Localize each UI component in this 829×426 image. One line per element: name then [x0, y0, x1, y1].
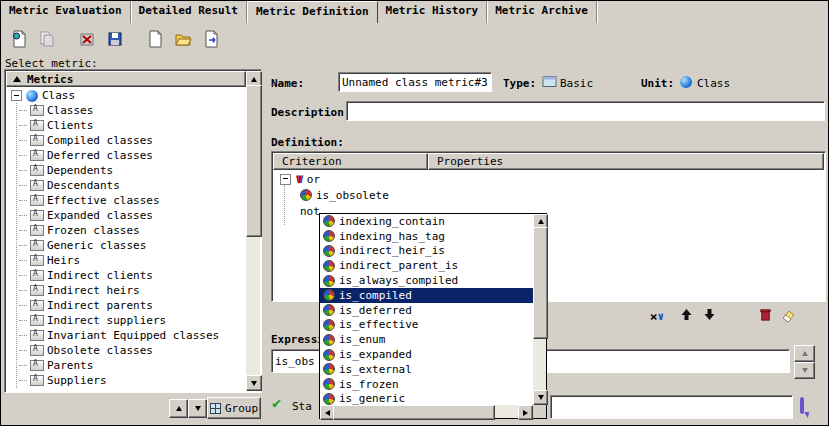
move-criterion-up-button[interactable]	[677, 307, 695, 325]
dropdown-item[interactable]: is_enum	[320, 332, 533, 347]
criterion-dropdown-list: indexing_contain indexing_has_tag indire…	[320, 214, 533, 405]
criterion-icon	[323, 304, 335, 316]
dropdown-item-label: indexing_contain	[339, 215, 445, 228]
dropdown-item[interactable]: is_frozen	[320, 377, 533, 392]
tree-item[interactable]: Invariant Equipped classes	[7, 328, 246, 343]
collapse-icon[interactable]	[11, 90, 22, 101]
eraser-icon	[780, 307, 796, 326]
new-file-button[interactable]	[141, 26, 169, 54]
tree-item[interactable]: Parents	[7, 358, 246, 373]
tree-item[interactable]: Indirect parents	[7, 298, 246, 313]
dropdown-item-label: is_expanded	[339, 348, 412, 361]
metric-icon	[30, 165, 44, 176]
tree-item[interactable]: Descendants	[7, 178, 246, 193]
erase-criterion-button[interactable]	[779, 307, 797, 325]
column-criterion[interactable]: Criterion	[273, 153, 428, 170]
tab-metric-definition[interactable]: Metric Definition	[247, 1, 378, 23]
criterion-row-or[interactable]: ∨ or	[274, 171, 823, 187]
tree-item[interactable]: Indirect suppliers	[7, 313, 246, 328]
tree-item[interactable]: Expanded classes	[7, 208, 246, 223]
tree-item-label: Parents	[47, 359, 93, 372]
toggle-and-or-button[interactable]: × ∨	[642, 307, 672, 325]
description-input[interactable]	[346, 101, 825, 121]
copy-metric-button[interactable]	[33, 26, 61, 54]
tree-item[interactable]: Obsolete classes	[7, 343, 246, 358]
scrollbar-thumb[interactable]	[533, 227, 548, 339]
move-metric-down-button[interactable]	[188, 399, 207, 418]
tree-item[interactable]: Clients	[7, 118, 246, 133]
tree-connector	[19, 110, 27, 112]
tree-item[interactable]: Effective classes	[7, 193, 246, 208]
tree-item[interactable]: Suppliers	[7, 373, 246, 388]
export-metric-button[interactable]	[197, 26, 225, 54]
new-metric-button[interactable]	[5, 26, 33, 54]
dropdown-item[interactable]: indexing_contain	[320, 214, 533, 229]
metric-icon	[30, 135, 44, 146]
scroll-down-button[interactable]	[794, 362, 815, 379]
delete-criterion-button[interactable]	[756, 307, 774, 325]
tree-item[interactable]: Dependents	[7, 163, 246, 178]
comment-icon[interactable]	[800, 397, 804, 414]
dropdown-item-label: indirect_parent_is	[339, 259, 458, 272]
metric-icon	[30, 330, 44, 341]
move-metric-up-button[interactable]	[169, 399, 188, 418]
dropdown-vertical-scrollbar[interactable]	[533, 214, 546, 405]
dropdown-item[interactable]: is_deferred	[320, 303, 533, 318]
tree-root-row[interactable]: Class	[7, 88, 246, 103]
tree-item[interactable]: Compiled classes	[7, 133, 246, 148]
move-criterion-down-button[interactable]	[700, 307, 718, 325]
dropdown-item[interactable]: indexing_has_tag	[320, 229, 533, 244]
dropdown-item[interactable]: is_always_compiled	[320, 273, 533, 288]
criterion-icon	[323, 393, 335, 405]
tree-item[interactable]: Deferred classes	[7, 148, 246, 163]
dropdown-item[interactable]: indirect_parent_is	[320, 258, 533, 273]
tree-item[interactable]: Generic classes	[7, 238, 246, 253]
column-properties[interactable]: Properties	[428, 153, 824, 170]
tree-item[interactable]: Indirect heirs	[7, 283, 246, 298]
dropdown-item[interactable]: is_effective	[320, 318, 533, 333]
tree-connector	[19, 140, 27, 142]
collapse-icon[interactable]	[280, 174, 291, 185]
dropdown-item[interactable]: is_external	[320, 362, 533, 377]
open-folder-button[interactable]	[169, 26, 197, 54]
dropdown-item-selected[interactable]: is_compiled	[320, 288, 533, 303]
tree-item[interactable]: Frozen classes	[7, 223, 246, 238]
status-label: Sta	[292, 400, 312, 413]
dropdown-item-label: is_enum	[339, 333, 385, 346]
tab-metric-history[interactable]: Metric History	[378, 1, 488, 23]
tree-connector	[19, 320, 27, 322]
dropdown-item[interactable]: indirect_heir_is	[320, 244, 533, 259]
scrollbar-thumb[interactable]	[246, 85, 262, 237]
tab-detailed-result[interactable]: Detailed Result	[131, 1, 247, 23]
basic-type-icon	[542, 75, 557, 91]
criterion-row-is-obsolete[interactable]: is_obsolete	[274, 187, 823, 203]
tab-metric-evaluation[interactable]: Metric Evaluation	[1, 1, 131, 23]
tree-connector	[19, 155, 27, 157]
scroll-right-button[interactable]	[518, 405, 533, 420]
tree-column-header[interactable]: Metrics	[6, 71, 246, 87]
scrollbar-thumb[interactable]	[333, 405, 495, 420]
group-toggle-button[interactable]: Group	[207, 397, 261, 419]
dropdown-item-label: indexing_has_tag	[339, 230, 445, 243]
dropdown-horizontal-scrollbar[interactable]	[320, 405, 533, 418]
tree-item[interactable]: Classes	[7, 103, 246, 118]
scroll-down-button[interactable]	[246, 375, 262, 391]
metric-name-input[interactable]	[338, 72, 492, 92]
delete-metric-button[interactable]	[73, 26, 101, 54]
tab-metric-archive[interactable]: Metric Archive	[487, 1, 597, 23]
dropdown-item[interactable]: is_generic	[320, 392, 533, 405]
tree-item-label: Clients	[47, 119, 93, 132]
scroll-up-button[interactable]	[794, 345, 815, 362]
tree-item[interactable]: Heirs	[7, 253, 246, 268]
tab-bar: Metric Evaluation Detailed Result Metric…	[1, 1, 828, 23]
tree-item-label: Indirect parents	[47, 299, 153, 312]
criterion-icon	[323, 334, 335, 346]
tree-item[interactable]: Indirect clients	[7, 268, 246, 283]
save-metric-button[interactable]	[101, 26, 129, 54]
note-input[interactable]	[550, 395, 793, 419]
scroll-down-button[interactable]	[533, 390, 548, 405]
metric-icon	[30, 315, 44, 326]
tree-vertical-scrollbar[interactable]	[246, 71, 260, 391]
dropdown-item[interactable]: is_expanded	[320, 347, 533, 362]
tree-connector	[19, 230, 27, 232]
